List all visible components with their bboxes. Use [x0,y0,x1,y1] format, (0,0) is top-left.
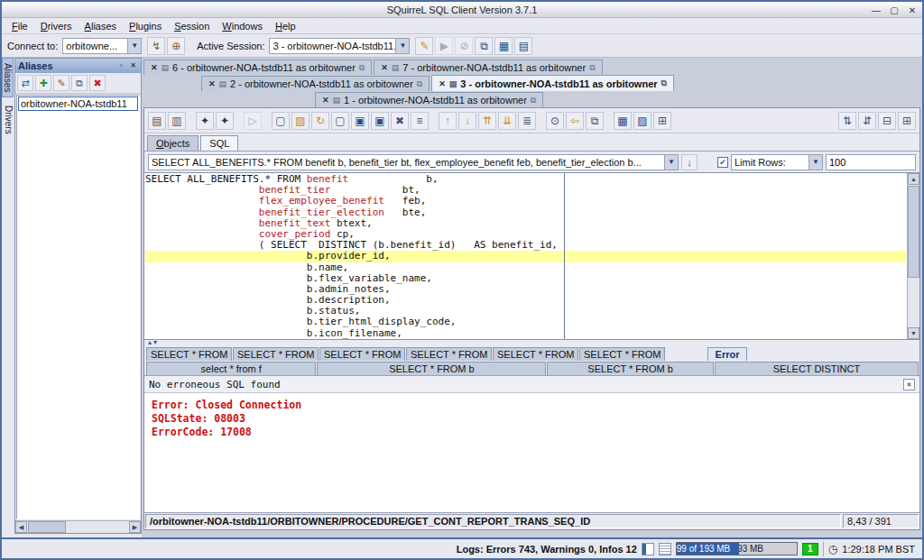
active-session-value[interactable]: 3 - orbitowner-NOA-tstdb11... [269,38,395,54]
minimize-button[interactable]: — [870,5,882,15]
chevron-down-icon[interactable]: ▼ [808,154,823,170]
copy-history-to-editor-icon[interactable]: ↓ [681,154,698,170]
tab-close-icon[interactable]: ✕ [322,96,329,105]
log-settings-icon[interactable] [659,543,671,555]
sql-history-value[interactable]: SELECT ALL_BENEFITS.* FROM benefit b, be… [148,154,664,170]
last-sql-icon[interactable]: ⇊ [498,112,516,130]
add-alias-icon[interactable]: ✚ [35,75,51,91]
result-tab[interactable]: select * from f [146,362,316,375]
session-tab[interactable]: ✕▤1 - orbitowner-NOA-tstdb11 as orbitown… [315,92,543,107]
view-logs-icon[interactable] [642,543,654,555]
menu-file[interactable]: File [5,20,34,32]
aliases-hscrollbar[interactable]: ◀ ▶ [15,520,141,533]
menu-aliases[interactable]: Aliases [79,20,123,32]
file-props-icon[interactable]: ≡ [411,112,429,130]
catalog-icon[interactable]: ⇵ [858,112,876,130]
rollback-icon[interactable]: ✦ [216,112,234,130]
copy-sql-icon[interactable]: ⧉ [586,112,604,130]
scroll-right-icon[interactable]: ▶ [129,521,141,533]
active-session-combo[interactable]: 3 - orbitowner-NOA-tstdb11... ▼ [269,38,410,54]
append-sql-icon[interactable]: ▢ [331,112,349,130]
prev-sql-icon[interactable]: ↑ [439,112,457,130]
close-error-panel-button[interactable]: ✕ [903,379,915,390]
edit-alias-icon[interactable]: ✎ [53,75,69,91]
dock-tab-aliases[interactable]: Aliases [2,58,14,97]
tab-detach-icon[interactable]: ⧉ [589,63,595,73]
view-aliases-icon[interactable]: ▤ [148,112,166,130]
result-tab[interactable]: SELECT * FROM b [317,362,546,375]
find-icon[interactable]: ⊙ [546,112,564,130]
menu-plugins[interactable]: Plugins [123,20,168,32]
close-panel-icon[interactable]: ✕ [128,61,138,71]
limit-rows-checkbox[interactable]: ✔ [717,157,728,168]
chevron-down-icon[interactable]: ▼ [127,38,142,54]
commit-icon[interactable]: ✦ [196,112,214,130]
result-tab[interactable]: SELECT * FROM b [579,347,665,361]
editor-scrollbar[interactable]: ▲ ▼ [907,173,919,339]
tab-objects[interactable]: Objects [147,135,199,151]
delete-alias-icon[interactable]: ✖ [89,75,106,91]
result-tab[interactable]: SELECT DISTINCT [715,362,919,375]
tab-detach-icon[interactable]: ⧉ [359,63,365,73]
show-result-text-icon[interactable]: ▨ [633,112,651,130]
tab-close-icon[interactable]: ✕ [151,63,158,72]
new-sql-file-icon[interactable]: ▢ [272,112,290,130]
edit-session-icon[interactable]: ✎ [415,37,433,55]
collapse-all-icon[interactable]: ⊟ [878,112,896,130]
limit-rows-label[interactable]: Limit Rows: [731,154,808,170]
sql-history-combo[interactable]: SELECT ALL_BENEFITS.* FROM benefit b, be… [148,154,679,170]
sql-editor-text[interactable]: SELECT ALL_BENEFITS.* FROM benefit b, be… [145,174,906,339]
scroll-left-icon[interactable]: ◀ [15,521,27,533]
new-alias-session-icon[interactable]: ⊕ [167,37,185,55]
result-tab[interactable]: SELECT * FROM b [547,362,714,375]
tab-sql[interactable]: SQL [200,135,238,151]
refresh-schema-icon[interactable]: ⇅ [838,112,856,130]
menu-drivers[interactable]: Drivers [34,20,79,32]
scroll-down-icon[interactable]: ▼ [908,327,919,339]
sql-editor[interactable]: SELECT ALL_BENEFITS.* FROM benefit b, be… [144,172,919,340]
connect-to-value[interactable]: orbitowne... [62,38,127,54]
tab-detach-icon[interactable]: ⧉ [531,96,536,106]
connect-to-combo[interactable]: orbitowne... ▼ [62,38,142,54]
result-tab[interactable]: Error [707,347,747,361]
next-sql-icon[interactable]: ↓ [458,112,476,130]
goto-error-icon[interactable]: ⇦ [566,112,584,130]
session-tab[interactable]: ✕▤7 - orbitowner-NOA-tstdb11 as orbitown… [374,60,602,75]
tab-detach-icon[interactable]: ⧉ [661,78,667,88]
maximize-button[interactable]: ▢ [888,5,901,15]
session-tab[interactable]: ✕▤2 - orbitowner-NOA-tstdb11 as orbitown… [201,76,430,91]
first-sql-icon[interactable]: ⇈ [478,112,496,130]
menu-help[interactable]: Help [269,20,302,32]
memory-gauge[interactable]: 99 of 193 MB 99 of 193 MB [676,542,798,555]
connect-alias-icon[interactable]: ↯ [147,37,165,55]
new-session-window-icon[interactable]: ⧉ [475,37,493,55]
result-tab[interactable]: SELECT * FROM b [406,347,492,361]
chevron-down-icon[interactable]: ▼ [664,154,679,170]
limit-rows-select[interactable]: Limit Rows: ▼ [731,154,823,170]
scrollbar-thumb[interactable] [28,521,66,533]
alias-list[interactable]: orbitowner-NOA-tstdb11 [16,95,140,519]
result-tab[interactable]: SELECT * FROM b [146,347,232,361]
connect-alias-icon[interactable]: ⇄ [17,75,33,91]
copy-alias-icon[interactable]: ⧉ [71,75,88,91]
save-sql-icon[interactable]: ▣ [351,112,369,130]
scroll-up-icon[interactable]: ▲ [908,173,919,185]
sql-history-icon[interactable]: ≣ [518,112,536,130]
scrollbar-thumb[interactable] [908,186,919,278]
result-tab[interactable]: SELECT * FROM b [233,347,319,361]
save-sql-as-icon[interactable]: ▣ [371,112,389,130]
show-result-table-icon[interactable]: ▦ [614,112,632,130]
cascade-windows-icon[interactable]: ▤ [514,37,532,55]
limit-rows-input[interactable] [826,154,916,170]
menu-session[interactable]: Session [168,20,216,32]
dock-panel-icon[interactable]: ▫ [116,61,126,71]
expand-all-icon[interactable]: ⊞ [898,112,916,130]
splitter-collapse-icons[interactable]: ▴▾ [148,338,159,346]
splitter-handle[interactable]: ▴▾ [144,340,919,346]
tab-detach-icon[interactable]: ⧉ [417,79,422,89]
dock-tab-drivers[interactable]: Drivers [2,101,14,139]
tile-windows-icon[interactable]: ▦ [494,37,513,55]
session-tab[interactable]: ✕▤6 - orbitowner-NOA-tstdb11 as orbitown… [143,60,372,75]
tab-close-icon[interactable]: ✕ [439,79,446,88]
session-tab[interactable]: ✕▤3 - orbitowner-NOA-tstdb11 as orbitown… [431,75,674,91]
